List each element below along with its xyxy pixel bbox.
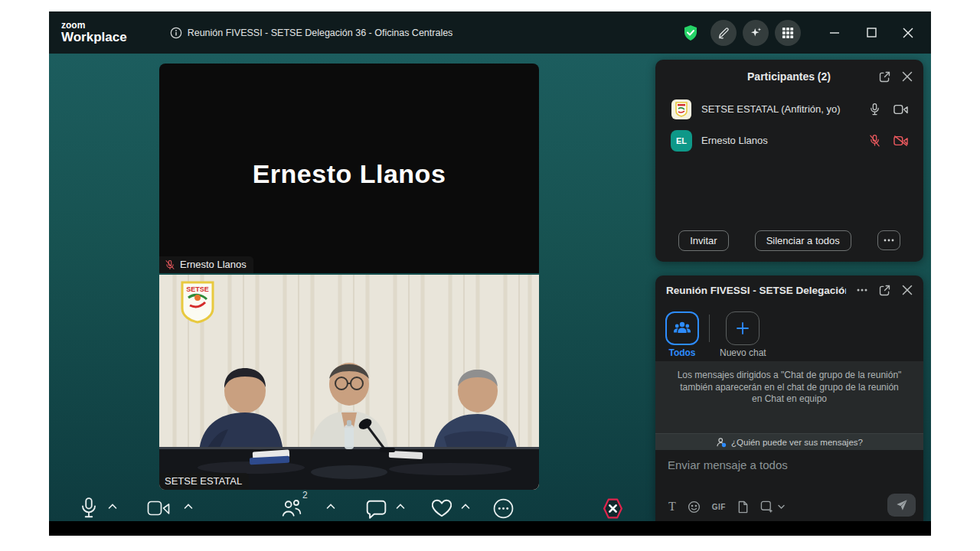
chat-header: Reunión FIVESSI - SETSE Delegación 36... xyxy=(655,276,923,305)
participant-camera-off-icon[interactable] xyxy=(893,135,908,146)
who-can-see-text: ¿Quién puede ver sus mensajes? xyxy=(731,438,863,447)
chat-tabs: Todos Nuevo chat xyxy=(655,305,923,361)
close-window-button[interactable] xyxy=(893,20,923,46)
participant-name: Ernesto Llanos xyxy=(701,135,869,146)
mic-muted-icon xyxy=(165,259,175,270)
svg-text:SETSE: SETSE xyxy=(186,285,209,293)
logo-zoom-text: zoom xyxy=(61,21,127,31)
tile-name-text: SETSE ESTATAL xyxy=(165,475,242,487)
send-message-button[interactable] xyxy=(887,494,916,517)
tab-nuevo-chat-label: Nuevo chat xyxy=(720,347,766,358)
participants-footer: Invitar Silenciar a todos xyxy=(655,219,923,262)
tile-name-label: SETSE ESTATAL xyxy=(159,473,249,490)
participant-row-host[interactable]: SETSE ESTATAL (Anfitrión, yo) xyxy=(655,93,923,125)
security-shield-icon[interactable] xyxy=(681,24,700,42)
camera-options-chevron[interactable] xyxy=(184,504,193,510)
who-can-see-bar[interactable]: ¿Quién puede ver sus mensajes? xyxy=(655,433,923,450)
participants-more-button[interactable] xyxy=(877,230,900,250)
chat-panel: Reunión FIVESSI - SETSE Delegación 36...… xyxy=(655,276,923,521)
mic-options-chevron[interactable] xyxy=(108,504,117,510)
tile-name-text: Ernesto Llanos xyxy=(180,259,247,270)
participant-mic-icon[interactable] xyxy=(869,103,880,116)
participants-panel: Participantes (2) SETSE ESTATAL (Anfitri… xyxy=(655,60,923,262)
meeting-info[interactable]: Reunión FIVESSI - SETSE Delegación 36 - … xyxy=(170,27,453,39)
leave-meeting-button[interactable] xyxy=(601,497,625,520)
zoom-workplace-logo: zoom Workplace xyxy=(61,21,127,44)
chat-notice: Los mensajes dirigidos a "Chat de grupo … xyxy=(655,361,923,433)
invite-button[interactable]: Invitar xyxy=(678,230,728,251)
participants-header: Participantes (2) xyxy=(655,60,923,93)
camera-button[interactable] xyxy=(147,500,170,517)
speaker-name: Ernesto Llanos xyxy=(159,159,539,189)
participant-mic-muted-icon[interactable] xyxy=(869,134,880,148)
chat-button[interactable] xyxy=(366,500,387,519)
chat-title: Reunión FIVESSI - SETSE Delegación 36... xyxy=(666,285,846,296)
setse-crest: SETSE xyxy=(182,282,213,322)
maximize-button[interactable] xyxy=(856,20,887,46)
chat-more-icon[interactable] xyxy=(857,289,867,292)
screenshot-icon[interactable] xyxy=(760,500,785,513)
video-tiles: Ernesto Llanos Ernesto Llanos xyxy=(159,64,539,490)
meeting-title: Reunión FIVESSI - SETSE Delegación 36 - … xyxy=(188,28,453,38)
tabs-divider xyxy=(709,315,710,342)
participant-row-ernesto[interactable]: EL Ernesto Llanos xyxy=(655,125,923,156)
participant-avatar: EL xyxy=(671,130,692,152)
format-text-icon[interactable]: T xyxy=(668,500,676,514)
video-frame-illustration: SETSE xyxy=(159,275,539,490)
chat-options-chevron[interactable] xyxy=(396,504,405,510)
bottom-letterbox xyxy=(49,521,931,536)
person-privacy-icon xyxy=(716,437,727,448)
gif-icon[interactable]: GIF xyxy=(712,503,726,511)
attach-file-icon[interactable] xyxy=(737,500,749,514)
popout-icon[interactable] xyxy=(878,70,891,83)
chat-message-input[interactable]: Enviar mensaje a todos xyxy=(655,450,923,492)
participants-button[interactable] xyxy=(281,498,302,518)
participant-camera-icon[interactable] xyxy=(893,104,908,115)
tab-todos-label: Todos xyxy=(668,347,695,358)
ai-companion-button[interactable] xyxy=(743,20,769,46)
tab-todos[interactable]: Todos xyxy=(665,311,699,361)
group-icon xyxy=(673,321,691,336)
video-tile-setse[interactable]: SETSE SETSE ESTATAL xyxy=(159,275,539,490)
zoom-meeting-window: zoom Workplace Reunión FIVESSI - SETSE D… xyxy=(49,11,931,536)
more-options-button[interactable] xyxy=(493,498,514,519)
titlebar-right xyxy=(681,11,923,54)
emoji-icon[interactable] xyxy=(688,500,701,514)
tab-nuevo-chat[interactable]: Nuevo chat xyxy=(720,311,766,361)
mic-button[interactable] xyxy=(79,497,99,520)
titlebar: zoom Workplace Reunión FIVESSI - SETSE D… xyxy=(49,11,931,54)
participant-name: SETSE ESTATAL (Anfitrión, yo) xyxy=(701,103,869,115)
chat-toolbar: T GIF xyxy=(655,492,923,521)
chat-close-icon[interactable] xyxy=(902,285,913,295)
participants-count: 2 xyxy=(302,490,308,500)
tile-name-label: Ernesto Llanos xyxy=(159,256,253,273)
annotate-button[interactable] xyxy=(710,20,737,46)
plus-icon xyxy=(735,321,750,336)
logo-workplace-text: Workplace xyxy=(61,31,127,44)
setse-crest-avatar xyxy=(671,99,692,120)
chat-popout-icon[interactable] xyxy=(878,284,891,297)
apps-grid-button[interactable] xyxy=(775,20,801,46)
reactions-options-chevron[interactable] xyxy=(461,504,470,510)
minimize-button[interactable] xyxy=(819,20,850,46)
info-icon[interactable] xyxy=(170,27,182,39)
mute-all-button[interactable]: Silenciar a todos xyxy=(755,230,851,251)
screenshot-chevron-icon xyxy=(778,504,785,509)
video-tile-ernesto[interactable]: Ernesto Llanos Ernesto Llanos xyxy=(159,64,539,273)
participants-list: SETSE ESTATAL (Anfitrión, yo) EL Ernesto… xyxy=(655,93,923,219)
chat-notice-text: Los mensajes dirigidos a "Chat de grupo … xyxy=(674,370,905,433)
reactions-button[interactable] xyxy=(431,498,452,518)
participants-title: Participantes (2) xyxy=(666,70,878,83)
close-panel-icon[interactable] xyxy=(902,71,913,82)
participants-options-chevron[interactable] xyxy=(326,504,335,510)
